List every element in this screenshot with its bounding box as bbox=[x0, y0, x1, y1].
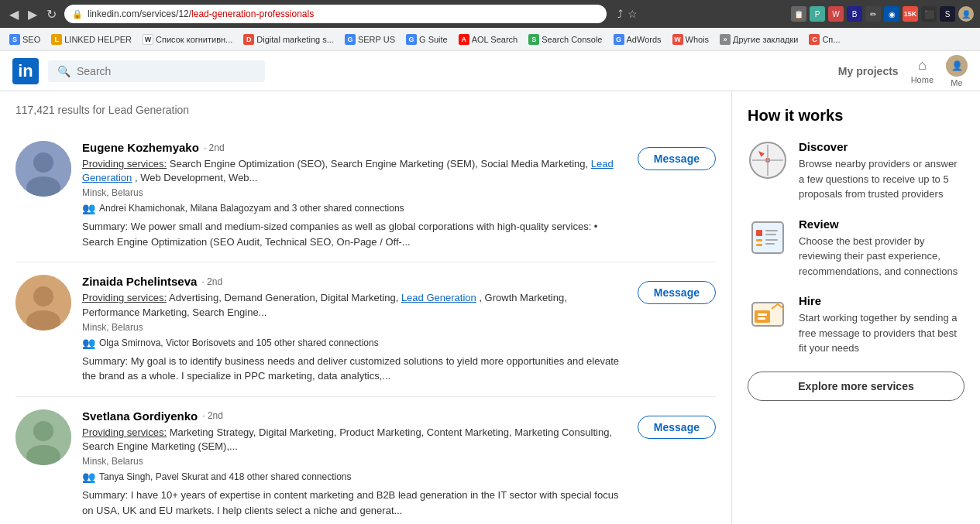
svg-point-7 bbox=[33, 421, 53, 441]
ext-icon-8[interactable]: S bbox=[940, 6, 955, 22]
ext-icon-3[interactable]: W bbox=[828, 6, 844, 22]
result-name-2[interactable]: Zinaida Pchelintseva bbox=[82, 275, 197, 288]
result-name-3[interactable]: Svetlana Gordiyenko bbox=[82, 409, 198, 423]
hire-icon bbox=[748, 294, 788, 334]
bookmark-sp[interactable]: С Сп... bbox=[804, 33, 844, 46]
ext-icon-7[interactable]: ⬛ bbox=[921, 6, 937, 22]
sidebar-title: How it works bbox=[748, 107, 965, 125]
connections-text-3: Tanya Singh, Pavel Skurat and 418 other … bbox=[99, 471, 352, 482]
result-name-row-2: Zinaida Pchelintseva · 2nd bbox=[82, 275, 627, 288]
browser-ext-icons: 📋 P W B ✏ ◉ 15K ⬛ S 👤 bbox=[791, 6, 974, 22]
result-connections-3: 👥 Tanya Singh, Pavel Skurat and 418 othe… bbox=[82, 471, 627, 483]
ext-icon-6[interactable]: ◉ bbox=[884, 6, 899, 22]
result-content-1: Eugene Kozhemyako · 2nd Providing servic… bbox=[82, 141, 627, 249]
hiw-hire: Hire Start working together by sending a… bbox=[748, 294, 965, 356]
star-button[interactable]: ☆ bbox=[628, 8, 638, 20]
avatar-zinaida bbox=[15, 275, 71, 330]
connections-text-1: Andrei Khamichonak, Milana Balagozyam an… bbox=[99, 203, 404, 214]
result-location-2: Minsk, Belarus bbox=[82, 322, 627, 333]
message-button-3[interactable]: Message bbox=[638, 416, 716, 439]
ext-icon-5[interactable]: ✏ bbox=[865, 6, 881, 22]
bookmark-wiki[interactable]: W Список когнитивн... bbox=[138, 33, 237, 46]
svg-rect-17 bbox=[756, 244, 762, 246]
services-text-1b: , Web Development, Web... bbox=[135, 172, 257, 183]
bookmark-label-sp: Сп... bbox=[822, 35, 840, 44]
hiw-discover-desc: Browse nearby providers or answer a few … bbox=[799, 156, 965, 202]
svg-rect-24 bbox=[758, 313, 767, 316]
result-location-3: Minsk, Belarus bbox=[82, 456, 627, 467]
url-text: linkedin.com/services/12/lead-generation… bbox=[88, 9, 314, 19]
hiw-discover-title: Discover bbox=[799, 140, 965, 153]
bookmark-serp[interactable]: G SERP US bbox=[340, 33, 400, 46]
search-input[interactable] bbox=[77, 65, 256, 77]
ext-icon-1[interactable]: 📋 bbox=[791, 6, 806, 22]
bookmark-aol[interactable]: A AOL Search bbox=[454, 33, 523, 46]
bookmark-label-console: Search Console bbox=[542, 35, 602, 44]
bookmark-favicon-console: S bbox=[528, 34, 539, 45]
result-summary-3: Summary: I have 10+ years of expertise i… bbox=[82, 488, 627, 518]
bookmark-whois[interactable]: W Whois bbox=[668, 33, 714, 46]
bookmark-favicon-seo: S bbox=[9, 34, 20, 45]
linkedin-header: in 🔍 My projects ⌂ Home 👤 Me bbox=[0, 51, 980, 91]
ext-icon-2[interactable]: P bbox=[810, 6, 825, 22]
hiw-review: Review Choose the best provider by revie… bbox=[748, 217, 965, 279]
results-panel: 117,421 results for Lead Generation Euge… bbox=[0, 91, 732, 524]
main-layout: 117,421 results for Lead Generation Euge… bbox=[0, 91, 980, 524]
result-name-1[interactable]: Eugene Kozhemyako bbox=[82, 141, 199, 154]
result-card-2: Zinaida Pchelintseva · 2nd Providing ser… bbox=[15, 262, 716, 396]
ext-icon-4[interactable]: B bbox=[847, 6, 862, 22]
result-services-3: Providing services: Marketing Strategy, … bbox=[82, 426, 627, 454]
hiw-hire-text: Hire Start working together by sending a… bbox=[799, 294, 965, 356]
bookmark-favicon-digital: D bbox=[243, 34, 254, 45]
results-count: 117,421 results for Lead Generation bbox=[15, 104, 716, 116]
result-card: Eugene Kozhemyako · 2nd Providing servic… bbox=[15, 128, 716, 262]
result-content-2: Zinaida Pchelintseva · 2nd Providing ser… bbox=[82, 275, 627, 383]
bookmark-seo[interactable]: S SEO bbox=[5, 33, 45, 46]
back-button[interactable]: ◀ bbox=[6, 5, 22, 23]
services-label-3[interactable]: Providing services: bbox=[82, 426, 167, 438]
bookmark-favicon-whois: W bbox=[672, 34, 683, 45]
forward-button[interactable]: ▶ bbox=[25, 5, 40, 23]
nav-me[interactable]: 👤 Me bbox=[946, 55, 968, 87]
avatar-svetlana bbox=[15, 409, 71, 465]
services-label-2[interactable]: Providing services: bbox=[82, 292, 167, 303]
refresh-button[interactable]: ↻ bbox=[43, 5, 60, 23]
bookmark-label-seo: SEO bbox=[22, 35, 40, 44]
bookmark-console[interactable]: S Search Console bbox=[524, 33, 607, 46]
connections-icon-1: 👥 bbox=[82, 202, 95, 214]
bookmark-gsuite[interactable]: G G Suite bbox=[401, 33, 452, 46]
svg-point-1 bbox=[33, 152, 53, 173]
services-link-2[interactable]: Lead Generation bbox=[401, 292, 476, 303]
address-bar[interactable]: 🔒 linkedin.com/services/12/lead-generati… bbox=[64, 5, 607, 23]
linkedin-logo[interactable]: in bbox=[12, 58, 39, 84]
bookmark-digital[interactable]: D Digital marketing s... bbox=[239, 33, 339, 46]
ext-icon-badge[interactable]: 15K bbox=[903, 6, 918, 22]
bookmark-label-adwords: AdWords bbox=[627, 35, 662, 44]
explore-button[interactable]: Explore more services bbox=[748, 372, 965, 401]
bookmark-label-wiki: Список когнитивн... bbox=[156, 35, 232, 44]
connection-badge-2: · 2nd bbox=[201, 276, 222, 287]
message-button-1[interactable]: Message bbox=[638, 147, 716, 170]
my-projects-link[interactable]: My projects bbox=[838, 65, 899, 77]
bookmark-other[interactable]: » Другие закладки bbox=[715, 33, 803, 46]
services-label-1[interactable]: Providing services: bbox=[82, 158, 167, 170]
result-summary-1: Summary: We power small and medium-sized… bbox=[82, 219, 627, 249]
bookmark-linked-helper[interactable]: L LINKED HELPER bbox=[46, 33, 136, 46]
bookmark-label-serp: SERP US bbox=[358, 35, 395, 44]
nav-home[interactable]: ⌂ Home bbox=[911, 57, 934, 84]
bookmark-label-gsuite: G Suite bbox=[419, 35, 448, 44]
bookmark-adwords[interactable]: G AdWords bbox=[609, 33, 666, 46]
bookmark-favicon-adwords: G bbox=[614, 34, 624, 45]
bookmark-label-other: Другие закладки bbox=[733, 35, 798, 44]
hiw-review-title: Review bbox=[799, 217, 965, 231]
connections-text-2: Olga Smirnova, Victor Borisovets and 105… bbox=[99, 337, 379, 348]
connection-badge-3: · 2nd bbox=[202, 410, 223, 421]
browser-nav-buttons: ◀ ▶ ↻ bbox=[6, 5, 60, 23]
search-bar-container[interactable]: 🔍 bbox=[48, 60, 265, 82]
share-button[interactable]: ⤴ bbox=[617, 8, 623, 20]
svg-rect-15 bbox=[756, 230, 762, 236]
message-button-2[interactable]: Message bbox=[638, 281, 716, 304]
bookmark-favicon-serp: G bbox=[345, 34, 356, 45]
user-avatar-browser[interactable]: 👤 bbox=[958, 6, 974, 22]
svg-rect-25 bbox=[758, 317, 765, 320]
